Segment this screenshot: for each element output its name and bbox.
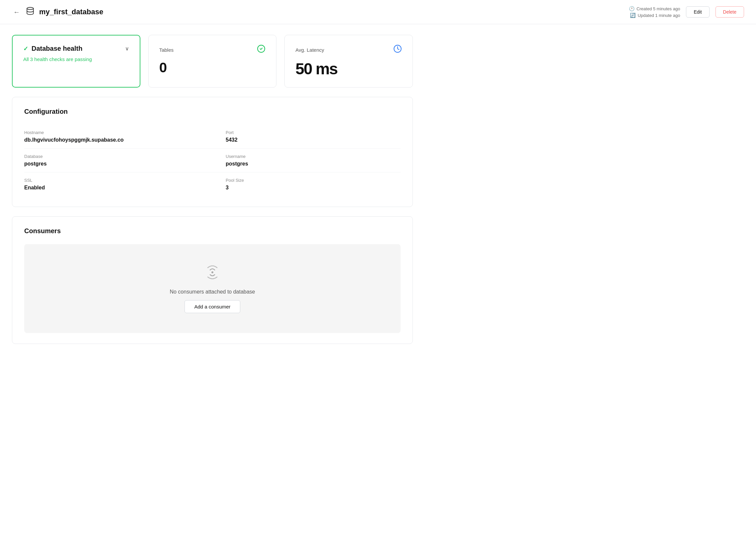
updated-text: Updated 1 minute ago [638,13,680,18]
ssl-value: Enabled [24,185,199,191]
consumers-section: Consumers No consumers attached to datab… [12,216,413,344]
configuration-title: Configuration [24,108,401,115]
config-hostname: Hostname db.lhgvivucfohoyspggmjk.supabas… [24,125,212,149]
tables-label-row: Tables [159,44,266,55]
health-card: ✓ Database health ∨ All 3 health checks … [12,35,140,88]
config-pool-size: Pool Size 3 [212,172,401,196]
broadcast-icon [202,264,222,284]
no-consumers-text: No consumers attached to database [170,289,255,295]
database-label: Database [24,154,199,159]
tables-check-icon [257,44,265,55]
database-icon [26,7,35,17]
header-right: 🕐 Created 5 minutes ago 🔄 Updated 1 minu… [629,6,744,18]
updated-timestamp: 🔄 Updated 1 minute ago [630,13,680,18]
ssl-label: SSL [24,178,199,183]
cards-row: ✓ Database health ∨ All 3 health checks … [12,35,413,88]
tables-value: 0 [159,60,266,76]
configuration-grid: Hostname db.lhgvivucfohoyspggmjk.supabas… [24,125,401,196]
pool-size-label: Pool Size [226,178,401,183]
hostname-label: Hostname [24,130,199,135]
delete-button[interactable]: Delete [716,6,744,18]
username-label: Username [226,154,401,159]
config-port: Port 5432 [212,125,401,149]
health-card-header: ✓ Database health ∨ [23,45,129,52]
health-title: Database health [32,45,82,52]
created-timestamp: 🕐 Created 5 minutes ago [629,6,680,11]
health-subtitle: All 3 health checks are passing [23,56,129,62]
tables-card: Tables 0 [148,35,277,88]
config-username: Username postgres [212,149,401,172]
hostname-value: db.lhgvivucfohoyspggmjk.supabase.co [24,137,199,143]
port-value: 5432 [226,137,401,143]
page-title: my_first_database [39,8,103,16]
check-icon: ✓ [23,45,28,52]
config-database: Database postgres [24,149,212,172]
svg-point-0 [27,7,34,10]
username-value: postgres [226,161,401,167]
latency-value: 50 ms [295,60,402,78]
pool-size-value: 3 [226,185,401,191]
svg-point-3 [211,271,213,273]
add-consumer-button[interactable]: Add a consumer [185,300,240,313]
chevron-down-icon[interactable]: ∨ [125,45,129,52]
timestamps: 🕐 Created 5 minutes ago 🔄 Updated 1 minu… [629,6,680,18]
main-content: ✓ Database health ∨ All 3 health checks … [0,24,425,364]
tables-label: Tables [159,47,174,53]
latency-card: Avg. Latency 50 ms [284,35,413,88]
latency-label: Avg. Latency [295,47,324,53]
health-title-row: ✓ Database health [23,45,82,52]
config-ssl: SSL Enabled [24,172,212,196]
back-button[interactable]: ← [12,7,21,17]
header-left: ← my_first_database [12,7,103,17]
refresh-icon: 🔄 [630,13,636,18]
latency-clock-icon [393,44,402,55]
consumers-empty-state: No consumers attached to database Add a … [24,244,401,333]
edit-button[interactable]: Edit [686,6,709,18]
configuration-section: Configuration Hostname db.lhgvivucfohoys… [12,97,413,207]
clock-icon: 🕐 [629,6,635,11]
created-text: Created 5 minutes ago [637,6,680,11]
port-label: Port [226,130,401,135]
consumers-title: Consumers [24,227,401,235]
latency-label-row: Avg. Latency [295,44,402,55]
database-value: postgres [24,161,199,167]
page-header: ← my_first_database 🕐 Created 5 minutes … [0,0,756,24]
